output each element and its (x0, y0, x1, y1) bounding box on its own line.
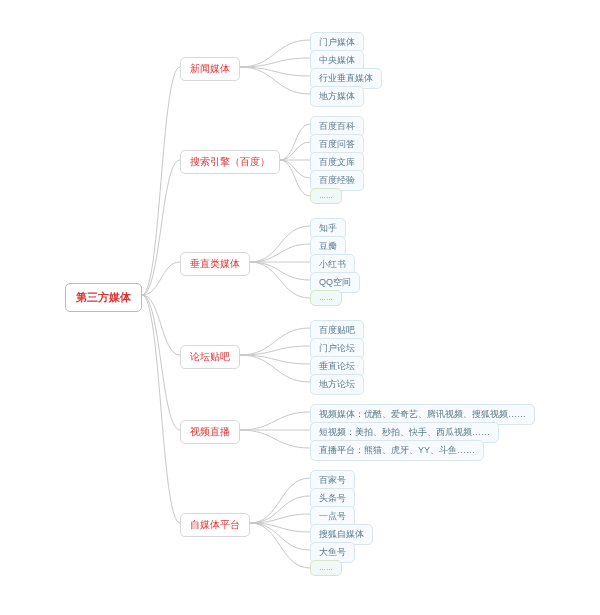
root-node: 第三方媒体 (65, 283, 142, 312)
branch-node: 自媒体平台 (180, 513, 250, 537)
branch-node: 论坛贴吧 (180, 345, 240, 369)
leaf-node: …… (310, 560, 342, 576)
leaf-node: …… (310, 188, 342, 204)
branch-node: 视频直播 (180, 420, 240, 444)
leaf-node: 直播平台：熊猫、虎牙、YY、斗鱼…… (310, 440, 484, 461)
leaf-node: 地方媒体 (310, 86, 364, 107)
branch-node: 垂直类媒体 (180, 252, 250, 276)
leaf-node: …… (310, 290, 342, 306)
leaf-node: 地方论坛 (310, 374, 364, 395)
branch-node: 新闻媒体 (180, 57, 240, 81)
branch-node: 搜索引擎（百度） (180, 150, 280, 174)
